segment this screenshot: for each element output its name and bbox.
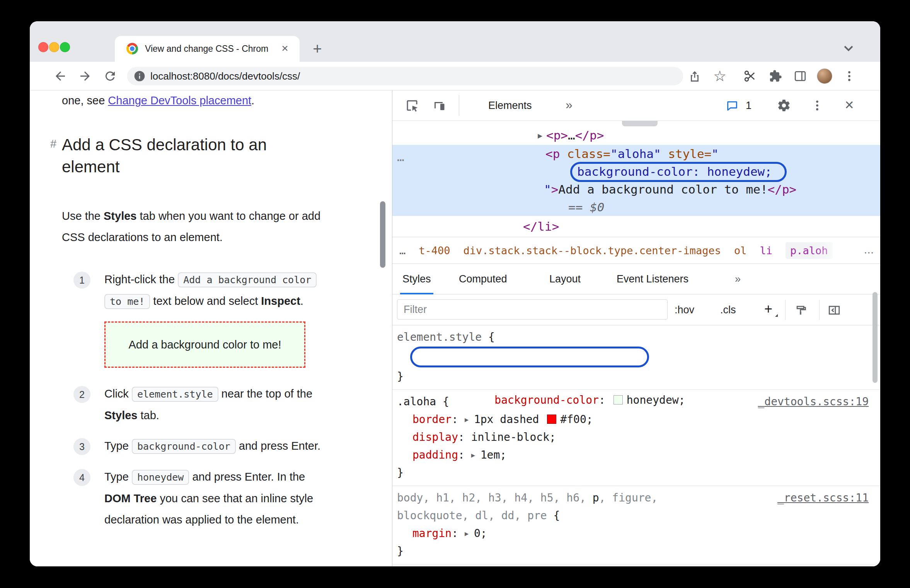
tab-layout[interactable]: Layout (549, 264, 581, 294)
side-panel-icon[interactable] (792, 68, 809, 85)
rule-element-style[interactable]: element.style { background-color: honeyd… (392, 325, 880, 390)
source-link-reset-scss[interactable]: _reset.scss:11 (777, 489, 869, 507)
step-1-text-a: Right-click the (104, 273, 178, 286)
tab-close-icon[interactable]: × (277, 36, 293, 62)
address-bar[interactable]: localhost:8080/docs/devtools/css/ (127, 67, 683, 85)
feedback-bubble-icon[interactable] (725, 99, 740, 114)
border-value[interactable]: 1px dashed (474, 413, 545, 426)
profile-avatar[interactable] (817, 68, 832, 84)
share-icon[interactable] (686, 68, 703, 85)
more-panels-icon[interactable]: » (566, 90, 573, 121)
step-1-text-b: text below and select (150, 295, 261, 307)
sel-close-p: </p> (768, 182, 797, 196)
crumb-clipped-class[interactable]: t-400 (419, 245, 450, 257)
partial-paragraph: one, see Change DevTools placement. (62, 92, 369, 109)
toggle-hover-button[interactable]: :hov (675, 294, 694, 325)
reset-selector-dim-a[interactable]: body, h1, h2, h3, h4, h5, h6, (397, 491, 593, 504)
sel-val-aloha: "aloha" (610, 147, 668, 161)
expand-shorthand-icon[interactable]: ▶ (465, 525, 474, 542)
dom-breadcrumbs: … t-400 div.stack.stack--block.type.cent… (392, 237, 880, 263)
display-value[interactable]: inline-block; (471, 431, 556, 444)
clipped-scrollbar (622, 121, 658, 126)
padding-value[interactable]: 1em; (481, 449, 506, 461)
crumb-overflow-right[interactable]: … (864, 237, 874, 263)
devtools-close-icon[interactable]: × (841, 90, 858, 121)
new-style-rule-button[interactable]: + (764, 294, 772, 325)
step-2-text-b: near the top of the (218, 387, 312, 400)
device-toolbar-icon[interactable] (432, 98, 446, 113)
inspect-element-icon[interactable] (405, 98, 419, 113)
tab-elements[interactable]: Elements (488, 90, 532, 121)
aloha-selector[interactable]: .aloha (397, 395, 443, 408)
close-window-button[interactable] (38, 42, 48, 52)
expand-shorthand-icon[interactable]: ▶ (465, 411, 474, 428)
settings-gear-icon[interactable] (777, 98, 791, 113)
extensions-puzzle-icon[interactable] (767, 68, 784, 85)
declaration-background-color[interactable]: background-color: honeydew; (397, 346, 876, 368)
scissors-extension-icon[interactable] (741, 68, 758, 85)
bookmark-star-icon[interactable]: ☆ (711, 68, 728, 85)
tab-computed[interactable]: Computed (459, 264, 507, 294)
devtools-scrollbar[interactable] (873, 292, 878, 383)
reset-selector-dim-c[interactable]: blockquote, dl, dd, pre (397, 509, 554, 522)
content-area: one, see Change DevTools placement. # Ad… (30, 90, 880, 566)
border-property[interactable]: border (412, 413, 452, 426)
maximize-window-button[interactable] (60, 42, 70, 52)
new-tab-button[interactable]: + (307, 39, 327, 59)
issues-count-badge[interactable]: 1 (746, 90, 752, 121)
dom-selected-node[interactable]: … <p class="aloha" style=" background-co… (392, 145, 880, 216)
dom-node-collapsed-p[interactable]: ▶<p>…</p> (392, 126, 880, 144)
back-icon[interactable] (52, 68, 69, 85)
reset-selector-dim-b[interactable]: , figure, (599, 491, 658, 504)
colon: : (452, 527, 465, 540)
source-link-devtools-scss[interactable]: _devtools.scss:19 (758, 393, 869, 411)
rule-reset[interactable]: body, h1, h2, h3, h4, h5, h6, p, figure,… (392, 486, 880, 564)
margin-value[interactable]: 0; (474, 527, 487, 540)
tab-event-listeners[interactable]: Event Listeners (617, 264, 688, 294)
devtools-menu-dots-icon[interactable] (810, 98, 825, 113)
color-swatch-red[interactable] (547, 415, 556, 424)
toggle-class-button[interactable]: .cls (720, 294, 736, 325)
tab-title: View and change CSS - Chrom (145, 36, 269, 62)
aloha-close-brace: } (397, 464, 876, 482)
element-style-selector[interactable]: element.style (397, 331, 488, 343)
padding-property[interactable]: padding (412, 449, 458, 461)
site-info-icon[interactable] (133, 70, 146, 82)
page-title: Add a CSS declaration to anelement (62, 134, 369, 178)
dom-close-li[interactable]: </li> (392, 218, 559, 235)
minimize-window-button[interactable] (49, 42, 59, 52)
toggle-sidebar-icon[interactable] (827, 303, 842, 318)
step-1: 1 Right-click the Add a background color… (62, 269, 352, 312)
chevron-down-icon[interactable] (841, 41, 856, 56)
crumb-div-stack[interactable]: div.stack.stack--block.type.center-image… (464, 245, 721, 257)
step-1-number: 1 (73, 272, 90, 289)
browser-tab[interactable]: View and change CSS - Chrom × (115, 36, 300, 62)
crumb-overflow-left[interactable]: … (399, 245, 406, 257)
anchor-hash[interactable]: # (50, 138, 56, 150)
crumb-ol[interactable]: ol (734, 245, 747, 257)
menu-dots-icon[interactable] (841, 68, 858, 85)
paint-roller-icon[interactable] (794, 303, 808, 318)
step-4-text-b: and press Enter. In the (189, 471, 305, 483)
step-4-number: 4 (73, 469, 90, 486)
display-property[interactable]: display (412, 431, 458, 444)
border-color-value[interactable]: #f00; (560, 413, 593, 426)
margin-property[interactable]: margin (412, 527, 452, 540)
forward-icon[interactable] (77, 68, 94, 85)
step-4: 4 Type honeydew and press Enter. In theD… (62, 466, 352, 530)
styles-filter-input[interactable] (397, 299, 668, 319)
demo-target-box[interactable]: Add a background color to me! (104, 321, 305, 368)
rule-aloha[interactable]: .aloha {_devtools.scss:19 border: ▶1px d… (392, 390, 880, 486)
reset-selector-p[interactable]: p (593, 491, 599, 504)
reload-icon[interactable] (102, 68, 119, 85)
crumb-li[interactable]: li (760, 245, 773, 257)
step-4-bold-domtree: DOM Tree (104, 492, 157, 505)
step-1-code-b: to me! (104, 294, 150, 309)
more-tabs-icon[interactable]: » (735, 264, 741, 294)
expand-shorthand-icon[interactable]: ▶ (471, 446, 481, 464)
expand-arrow-icon[interactable]: ▶ (538, 127, 546, 144)
devtools-placement-link[interactable]: Change DevTools placement (108, 94, 251, 107)
tab-styles[interactable]: Styles (402, 264, 431, 294)
styles-tab-bar: Styles Computed Layout Event Listeners » (392, 263, 880, 294)
doc-scrollbar[interactable] (380, 201, 385, 268)
